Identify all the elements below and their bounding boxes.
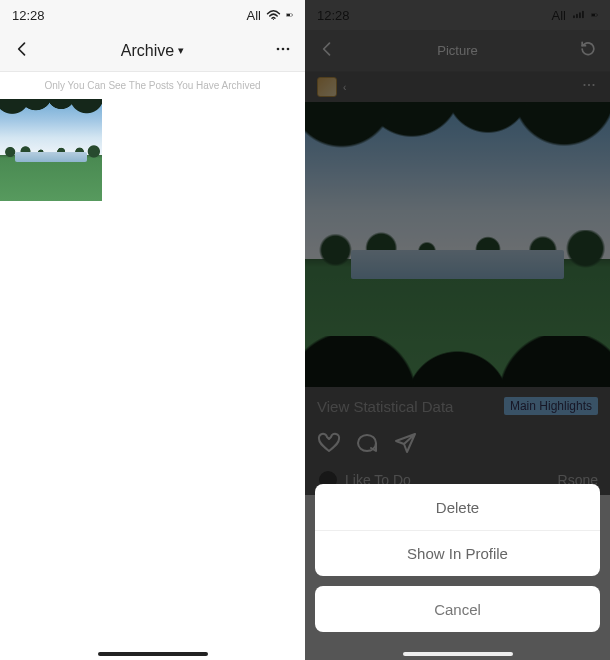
status-time: 12:28: [12, 8, 45, 23]
archive-title-dropdown[interactable]: Archive ▾: [121, 42, 184, 60]
more-icon: [580, 76, 598, 94]
picture-screen: 12:28 All Picture ‹: [305, 0, 610, 660]
comment-icon: [355, 431, 379, 455]
more-icon: [273, 39, 293, 59]
wifi-icon: [266, 10, 281, 20]
archive-grid: [0, 99, 305, 201]
action-sheet-cancel-group: Cancel: [315, 586, 600, 632]
chevron-down-icon: ▾: [178, 44, 184, 57]
send-icon: [393, 431, 417, 455]
chevron-left-icon: [12, 39, 32, 59]
action-sheet-group: Delete Show In Profile: [315, 484, 600, 576]
stats-link-row: View Statistical Data Main Highlights: [305, 387, 610, 425]
battery-icon: [591, 9, 598, 21]
archive-header: Archive ▾: [0, 30, 305, 72]
like-button[interactable]: [317, 431, 341, 459]
view-stats-link[interactable]: View Statistical Data: [317, 398, 453, 415]
undo-icon: [578, 39, 598, 59]
svg-rect-8: [597, 14, 598, 15]
cancel-button[interactable]: Cancel: [315, 586, 600, 632]
status-bar-right: 12:28 All: [305, 0, 610, 30]
post-author-avatar[interactable]: [317, 77, 337, 97]
post-more-button[interactable]: [580, 76, 598, 98]
svg-point-0: [273, 19, 274, 20]
picture-header: Picture: [305, 30, 610, 72]
show-in-profile-button[interactable]: Show In Profile: [315, 530, 600, 576]
more-button-left[interactable]: [273, 39, 293, 63]
archive-screen: 12:28 All Archive ▾ Only You Can See The…: [0, 0, 305, 660]
photo-landscape: [0, 99, 102, 201]
delete-button[interactable]: Delete: [315, 484, 600, 530]
picture-body: 12:28 All Picture ‹: [305, 0, 610, 495]
svg-point-12: [592, 84, 594, 86]
photo-landscape-full: [305, 102, 610, 387]
status-right: All: [247, 8, 293, 23]
post-action-row: [305, 425, 610, 465]
post-subheader: ‹: [305, 72, 610, 102]
archive-hint: Only You Can See The Posts You Have Arch…: [0, 72, 305, 99]
picture-title: Picture: [437, 43, 477, 58]
status-text: All: [552, 8, 566, 23]
svg-point-5: [282, 47, 285, 50]
highlight-chip[interactable]: Main Highlights: [504, 397, 598, 415]
svg-point-11: [588, 84, 590, 86]
home-indicator-right[interactable]: [403, 652, 513, 656]
battery-icon: [286, 9, 293, 21]
back-button[interactable]: [12, 39, 32, 63]
status-time: 12:28: [317, 8, 350, 23]
svg-point-6: [287, 47, 290, 50]
back-button[interactable]: [317, 39, 337, 63]
svg-point-10: [583, 84, 585, 86]
status-right: All: [552, 8, 598, 23]
share-button[interactable]: [393, 431, 417, 459]
comment-button[interactable]: [355, 431, 379, 459]
main-photo[interactable]: [305, 102, 610, 387]
svg-rect-3: [287, 14, 290, 16]
archive-title: Archive: [121, 42, 174, 60]
svg-rect-9: [592, 14, 595, 16]
status-bar-left: 12:28 All: [0, 0, 305, 30]
home-indicator-left[interactable]: [98, 652, 208, 656]
status-text: All: [247, 8, 261, 23]
breadcrumb-caret: ‹: [343, 82, 346, 93]
undo-button[interactable]: [578, 39, 598, 63]
svg-rect-2: [292, 14, 293, 15]
action-sheet: Delete Show In Profile Cancel: [315, 484, 600, 642]
svg-point-4: [277, 47, 280, 50]
signal-icon: [571, 10, 586, 20]
archived-photo-thumbnail[interactable]: [0, 99, 102, 201]
heart-icon: [317, 431, 341, 455]
chevron-left-icon: [317, 39, 337, 59]
